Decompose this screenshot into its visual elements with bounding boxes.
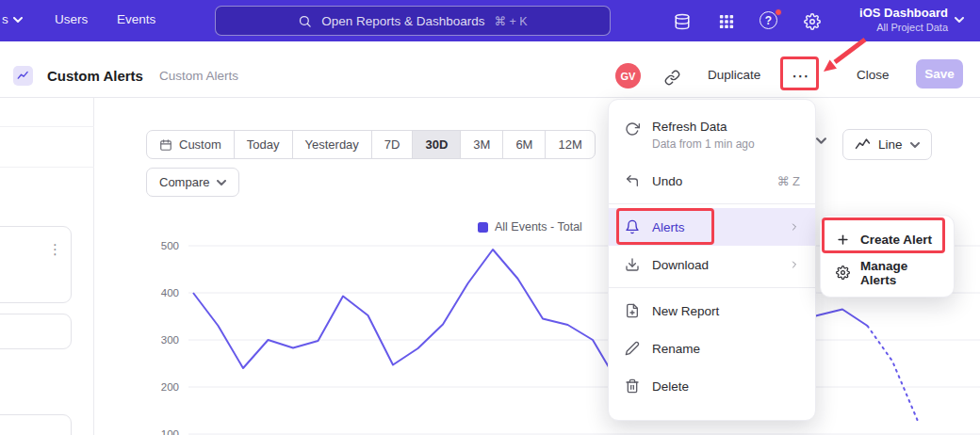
data-management-button[interactable] xyxy=(672,11,693,32)
submenu-item-create-alert[interactable]: Create Alert xyxy=(821,223,954,256)
bell-icon xyxy=(624,218,641,235)
gear-icon xyxy=(834,265,851,282)
database-icon xyxy=(674,13,691,30)
avatar[interactable]: GV xyxy=(615,63,641,89)
nav-item-truncated[interactable]: s xyxy=(2,12,23,26)
menu-divider xyxy=(609,287,815,288)
menu-item-undo[interactable]: Undo ⌘ Z xyxy=(609,162,815,200)
chevron-down-icon xyxy=(955,17,964,23)
copy-link-button[interactable] xyxy=(661,66,683,89)
pencil-icon xyxy=(624,340,641,357)
chevron-right-icon xyxy=(789,221,800,233)
project-switcher[interactable]: iOS Dashboard All Project Data xyxy=(844,6,948,33)
save-button[interactable]: Save xyxy=(916,59,963,89)
menu-item-label: Delete xyxy=(652,379,689,394)
ellipsis-icon: ⋯ xyxy=(792,65,810,87)
plus-icon xyxy=(834,232,851,249)
menu-item-label: Alerts xyxy=(652,220,685,234)
y-tick-label: 300 xyxy=(161,334,179,346)
nav-item-truncated-label: s xyxy=(2,12,8,26)
new-report-icon xyxy=(624,302,641,319)
search-button[interactable]: Open Reports & Dashboards ⌘ + K xyxy=(215,6,611,36)
more-options-menu: Refresh Data Data from 1 min ago Undo ⌘ … xyxy=(608,99,816,421)
menu-item-new-report[interactable]: New Report xyxy=(609,292,815,330)
menu-item-shortcut: ⌘ Z xyxy=(776,174,800,188)
more-options-button[interactable]: ⋯ xyxy=(788,62,814,89)
page-title: Custom Alerts xyxy=(47,68,143,84)
search-icon xyxy=(298,14,312,28)
submenu-item-manage-alerts[interactable]: Manage Alerts xyxy=(821,256,954,289)
app-window: s Users Events Open Reports & Dashboards… xyxy=(0,0,980,435)
nav-item-users[interactable]: Users xyxy=(55,12,88,26)
legend-label: All Events - Total xyxy=(495,220,582,234)
menu-item-label: Download xyxy=(652,258,709,272)
refresh-icon xyxy=(624,121,641,137)
menu-item-description: Data from 1 min ago xyxy=(652,137,755,151)
chevron-down-icon xyxy=(13,17,23,23)
kebab-menu-icon[interactable]: ⋮ xyxy=(48,241,62,258)
gear-icon xyxy=(804,13,821,30)
notification-dot xyxy=(775,8,782,16)
sidebar-divider xyxy=(0,167,94,168)
line-chart-icon xyxy=(855,137,871,153)
legend-swatch xyxy=(478,222,488,233)
query-step-card[interactable] xyxy=(0,226,72,303)
sidebar-divider xyxy=(0,126,94,127)
project-scope: All Project Data xyxy=(844,22,948,33)
link-icon xyxy=(664,70,680,86)
submenu-item-label: Manage Alerts xyxy=(860,259,940,287)
close-button[interactable]: Close xyxy=(857,68,890,82)
chart-legend[interactable]: All Events - Total xyxy=(478,220,582,234)
report-type-icon xyxy=(13,66,33,86)
project-name: iOS Dashboard xyxy=(844,6,948,20)
menu-item-refresh-data[interactable]: Refresh Data Data from 1 min ago xyxy=(609,111,815,162)
grid-icon xyxy=(719,14,734,29)
download-icon xyxy=(624,256,641,273)
menu-item-rename[interactable]: Rename xyxy=(609,330,815,367)
menu-item-label: Undo xyxy=(652,174,682,188)
menu-item-label: New Report xyxy=(652,304,719,318)
apps-button[interactable] xyxy=(716,11,737,32)
query-step-card[interactable] xyxy=(0,414,72,435)
report-header xyxy=(0,41,980,98)
y-tick-label: 100 xyxy=(161,428,179,435)
query-step-card[interactable] xyxy=(0,314,72,349)
chevron-down-icon[interactable] xyxy=(816,137,826,144)
mini-chart-icon xyxy=(17,70,29,82)
top-navigation: s Users Events Open Reports & Dashboards… xyxy=(0,0,980,41)
undo-icon xyxy=(624,172,641,189)
settings-button[interactable] xyxy=(802,11,823,32)
search-shortcut: ⌘ + K xyxy=(495,14,528,28)
alerts-submenu: Create Alert Manage Alerts xyxy=(820,215,955,298)
submenu-item-label: Create Alert xyxy=(860,233,932,247)
y-tick-label: 400 xyxy=(161,287,179,298)
chevron-down-icon xyxy=(910,142,920,148)
chevron-right-icon xyxy=(789,259,800,270)
y-tick-label: 200 xyxy=(161,381,179,393)
menu-item-delete[interactable]: Delete xyxy=(609,367,815,405)
help-button[interactable]: ? xyxy=(760,11,780,32)
duplicate-button[interactable]: Duplicate xyxy=(708,68,760,82)
menu-item-label: Refresh Data xyxy=(652,120,755,134)
y-tick-label: 500 xyxy=(161,240,179,251)
menu-item-alerts[interactable]: Alerts xyxy=(609,208,815,246)
chart-type-button[interactable]: Line xyxy=(842,129,932,160)
menu-divider xyxy=(609,203,815,204)
menu-item-label: Rename xyxy=(652,342,700,356)
chart-type-label: Line xyxy=(878,137,903,152)
breadcrumb[interactable]: Custom Alerts xyxy=(159,69,238,83)
search-placeholder: Open Reports & Dashboards xyxy=(321,14,484,28)
nav-item-events[interactable]: Events xyxy=(117,12,155,26)
trash-icon xyxy=(624,378,641,395)
menu-item-download[interactable]: Download xyxy=(609,246,815,283)
